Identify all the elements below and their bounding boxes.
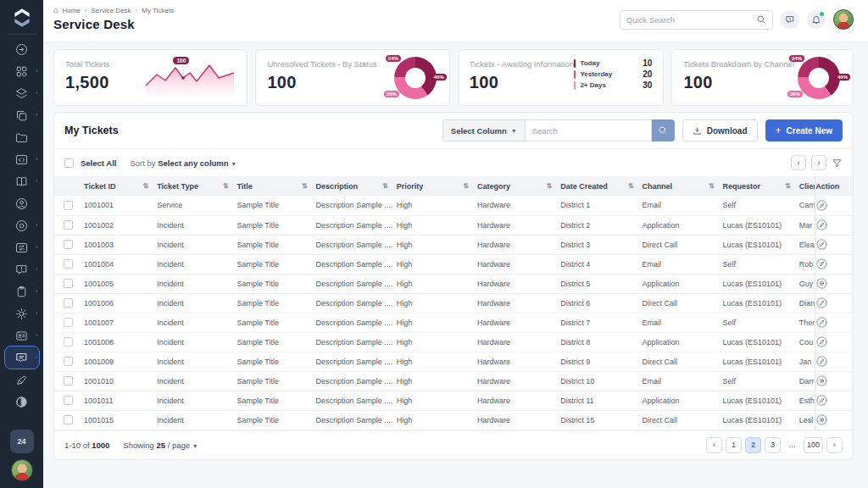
sidebar-item-modules[interactable]: ›: [5, 60, 39, 82]
page-button-3[interactable]: 3: [765, 437, 781, 453]
sidebar-item-transfer[interactable]: ›: [5, 236, 39, 258]
search-submit-button[interactable]: [652, 119, 675, 141]
column-header[interactable]: Ticket ID⇅: [80, 176, 153, 196]
row-checkbox[interactable]: [64, 415, 73, 424]
breadcrumb-item[interactable]: Home: [62, 7, 80, 14]
download-button[interactable]: Download: [682, 119, 758, 141]
row-checkbox[interactable]: [64, 259, 73, 269]
sidebar-item-layers[interactable]: ›: [5, 82, 39, 104]
sidebar-item-knowledge-book[interactable]: ›: [5, 170, 39, 192]
row-action-view-button[interactable]: [815, 413, 853, 426]
sort-icon[interactable]: ⇅: [785, 182, 791, 190]
next-page-button[interactable]: ›: [826, 437, 843, 453]
row-action-edit-button[interactable]: [815, 355, 853, 368]
row-checkbox[interactable]: [64, 201, 73, 210]
row-checkbox[interactable]: [64, 357, 73, 366]
row-action-edit-button[interactable]: [815, 336, 853, 348]
row-action-edit-button[interactable]: [815, 316, 853, 329]
quick-search-input[interactable]: [626, 15, 756, 25]
sidebar-item-service-desk-chat[interactable]: ›: [5, 347, 39, 369]
feedback-button[interactable]: [781, 10, 799, 29]
row-checkbox[interactable]: [64, 279, 73, 288]
scroll-right-button[interactable]: ›: [811, 155, 826, 170]
legend-row: 2+ Days30: [574, 80, 652, 90]
chevron-right-icon: ›: [36, 178, 38, 185]
column-header[interactable]: Date Created⇅: [556, 176, 637, 196]
prev-page-button[interactable]: ‹: [706, 437, 722, 453]
sidebar-item-clipboard[interactable]: ›: [5, 280, 39, 302]
row-action-edit-button[interactable]: [815, 258, 853, 270]
page-size-dropdown[interactable]: Showing 25 / page ▼: [123, 441, 198, 450]
row-action-view-button[interactable]: [815, 374, 853, 387]
row-checkbox[interactable]: [64, 318, 73, 327]
sidebar-item-target[interactable]: ›: [5, 214, 39, 236]
sort-by-control[interactable]: Sort by Select any column ▼: [130, 158, 236, 168]
sort-icon[interactable]: ⇅: [302, 182, 308, 190]
sort-icon[interactable]: ⇅: [709, 182, 715, 190]
breadcrumb-item[interactable]: Service Desk: [91, 7, 131, 14]
column-header: Client: [795, 176, 815, 196]
sidebar-item-start-arrow[interactable]: [5, 38, 39, 60]
sidebar-item-compose-pen[interactable]: [5, 369, 39, 391]
table-search-input[interactable]: [525, 119, 652, 141]
page-button-2[interactable]: 2: [745, 437, 761, 453]
sidebar-item-theme-moon[interactable]: [5, 391, 39, 413]
column-header[interactable]: Channel⇅: [637, 176, 718, 196]
row-checkbox[interactable]: [64, 337, 73, 347]
cell-priority: High: [392, 215, 473, 235]
column-header[interactable]: Description⇅: [312, 176, 392, 196]
column-header: Action: [815, 176, 853, 196]
search-icon: [756, 14, 766, 25]
row-action-view-button[interactable]: [815, 277, 853, 290]
card-value: 100: [267, 73, 376, 92]
scroll-left-button[interactable]: ‹: [791, 155, 806, 170]
chevron-down-icon: ▼: [511, 128, 517, 134]
cell-client: Dian: [795, 293, 815, 313]
row-action-edit-button[interactable]: [815, 199, 853, 212]
row-action-edit-button[interactable]: [815, 394, 853, 407]
column-header[interactable]: Ticket Type⇅: [153, 176, 232, 196]
hour-24-badge[interactable]: 24: [10, 430, 34, 453]
select-column-dropdown[interactable]: Select Column ▼: [442, 119, 525, 141]
row-checkbox[interactable]: [64, 240, 73, 249]
sidebar-item-user-circle[interactable]: [5, 192, 39, 214]
sidebar-item-chat-alert[interactable]: ›: [5, 258, 39, 280]
sort-icon[interactable]: ⇅: [546, 182, 552, 190]
create-new-button[interactable]: + Create New: [765, 119, 843, 141]
column-header[interactable]: Requestor⇅: [719, 176, 795, 196]
status-donut-chart: 24% 40% 36%: [391, 57, 438, 101]
row-checkbox[interactable]: [64, 396, 73, 405]
sidebar-avatar[interactable]: [11, 459, 33, 481]
sort-icon[interactable]: ⇅: [382, 182, 388, 190]
breadcrumb-item[interactable]: My Tickets: [142, 7, 174, 14]
column-header[interactable]: Title⇅: [232, 176, 311, 196]
row-checkbox[interactable]: [64, 298, 73, 308]
row-action-edit-button[interactable]: [815, 219, 853, 231]
row-action-edit-button[interactable]: [815, 238, 853, 251]
cell-title: Sample Title: [232, 352, 311, 371]
notifications-button[interactable]: [807, 10, 826, 29]
sidebar-item-settings-gear[interactable]: ›: [5, 302, 39, 324]
sort-icon[interactable]: ⇅: [463, 182, 469, 190]
sidebar-item-id-card[interactable]: ›: [5, 324, 39, 347]
sort-icon[interactable]: ⇅: [628, 182, 634, 190]
user-avatar[interactable]: [833, 9, 854, 30]
column-header[interactable]: Priority⇅: [392, 176, 473, 196]
row-checkbox[interactable]: [64, 376, 73, 385]
sort-icon[interactable]: ⇅: [223, 182, 229, 190]
layers-icon: [14, 86, 29, 101]
sort-icon[interactable]: ⇅: [143, 182, 149, 190]
sidebar-item-copy-pages[interactable]: ›: [5, 104, 39, 126]
cell-category: Hardware: [473, 293, 556, 313]
select-all-checkbox[interactable]: [64, 158, 74, 168]
sidebar-item-folder[interactable]: [5, 126, 39, 148]
filter-funnel-icon[interactable]: [832, 158, 843, 169]
edit-pencil-icon: [815, 336, 828, 348]
row-checkbox[interactable]: [64, 220, 73, 230]
page-button-1[interactable]: 1: [726, 437, 742, 453]
page-button-100[interactable]: 100: [804, 437, 823, 453]
table-row: 1001003IncidentSample TitleDescription S…: [54, 235, 853, 254]
column-header[interactable]: Category⇅: [473, 176, 556, 196]
sidebar-item-code-window[interactable]: ›: [5, 148, 39, 170]
row-action-edit-button[interactable]: [815, 297, 853, 309]
